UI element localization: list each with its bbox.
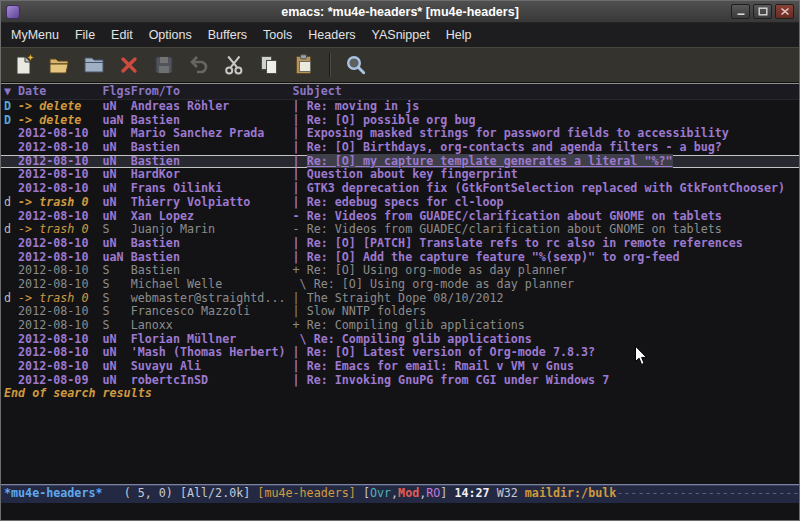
open-file-button[interactable] (46, 52, 72, 78)
copy-button[interactable] (256, 52, 282, 78)
message-row[interactable]: 2012-08-10 uN Bastien | Re: [O] my captu… (1, 155, 799, 169)
message-row[interactable]: 2012-08-10 uN Frans Oilinki | GTK3 depre… (1, 182, 799, 196)
paste-icon (292, 53, 316, 77)
message-row[interactable]: d -> trash 0 uN Thierry Volpiatto | Re: … (1, 196, 799, 210)
date-cell: 2012-08-10 (18, 209, 102, 223)
thread-prefix: | (286, 373, 307, 387)
paste-button[interactable] (291, 52, 317, 78)
buffer-empty-space (1, 401, 799, 484)
new-file-icon (12, 53, 36, 77)
message-row[interactable]: 2012-08-10 uN Mario Sanchez Prada | Expo… (1, 127, 799, 141)
menu-item-options[interactable]: Options (141, 25, 200, 45)
mark-cell: D (4, 99, 18, 113)
minimize-button[interactable] (731, 4, 750, 19)
window-title: emacs: *mu4e-headers* [mu4e-headers] (1, 5, 799, 19)
menu-item-tools[interactable]: Tools (255, 25, 300, 45)
flags-cell: uN (103, 195, 131, 209)
message-row[interactable]: 2012-08-10 uN Florian Müllner \ Re: Comp… (1, 333, 799, 347)
flags-cell: S (103, 304, 131, 318)
thread-prefix: | (286, 236, 307, 250)
search-button[interactable] (343, 52, 369, 78)
menu-bar: MyMenuFileEditOptionsBuffersToolsHeaders… (1, 23, 799, 47)
search-icon (344, 53, 368, 77)
mark-cell (4, 181, 18, 195)
message-row[interactable]: 2012-08-10 S Bastien + Re: [O] Using org… (1, 264, 799, 278)
date-cell: 2012-08-10 (18, 263, 102, 277)
mark-cell (4, 318, 18, 332)
title-bar[interactable]: emacs: *mu4e-headers* [mu4e-headers] (1, 1, 799, 23)
message-row[interactable]: d -> trash 0 S Juanjo Marin - Re: Videos… (1, 223, 799, 237)
new-file-button[interactable] (11, 52, 37, 78)
subject-cell: Re: Compiling glib applications (307, 318, 525, 332)
flags-cell: S (103, 291, 131, 305)
buffer-area: ▼ Date FlgsFrom/To Subject D -> delete u… (1, 83, 799, 520)
date-cell: 2012-08-10 (18, 345, 102, 359)
message-row[interactable]: 2012-08-10 uN HardKor | Question about k… (1, 168, 799, 182)
message-row[interactable]: D -> delete uaN Bastien | Re: [O] possib… (1, 114, 799, 128)
subject-cell: Re: Videos from GUADEC/clarification abo… (307, 209, 722, 223)
message-row[interactable]: d -> trash 0 S webmaster@straightd... | … (1, 292, 799, 306)
modeline-segment-folder: maildir:/bulk (525, 486, 616, 500)
message-row[interactable]: 2012-08-10 S Francesco Mazzoli | Slow NN… (1, 305, 799, 319)
date-cell: 2012-08-10 (18, 332, 102, 346)
column-header-subject[interactable]: Subject (293, 84, 342, 98)
mode-line: *mu4e-headers* ( 5, 0) [All/2.0k] [mu4e-… (1, 484, 799, 503)
mark-cell (4, 332, 18, 346)
column-header-date[interactable]: Date (18, 84, 102, 98)
menu-item-yasnippet[interactable]: YASnippet (364, 25, 438, 45)
close-buffer-icon (117, 53, 141, 77)
thread-prefix: | (286, 304, 307, 318)
window-buttons (731, 4, 794, 19)
from-cell: Suvayu Ali (131, 359, 286, 373)
message-row[interactable]: 2012-08-10 S Michael Welle \ Re: [O] Usi… (1, 278, 799, 292)
from-cell: Michael Welle (131, 277, 286, 291)
thread-prefix: | (286, 345, 307, 359)
menu-item-edit[interactable]: Edit (103, 25, 141, 45)
mark-cell: D (4, 113, 18, 127)
thread-prefix: | (286, 291, 307, 305)
date-cell: 2012-08-10 (18, 181, 102, 195)
menu-item-mymenu[interactable]: MyMenu (3, 25, 67, 45)
menu-item-headers[interactable]: Headers (300, 25, 363, 45)
directory-button[interactable] (81, 52, 107, 78)
menu-item-file[interactable]: File (67, 25, 103, 45)
toolbar-separator (329, 53, 331, 77)
message-row[interactable]: 2012-08-10 uN Bastien | Re: [O] [PATCH] … (1, 237, 799, 251)
message-row[interactable]: 2012-08-10 uN 'Mash (Thomas Herbert) | R… (1, 346, 799, 360)
menu-item-buffers[interactable]: Buffers (200, 25, 255, 45)
from-cell: Andreas Röhler (131, 99, 286, 113)
from-cell: Bastien (131, 140, 286, 154)
message-row[interactable]: 2012-08-10 S Lanoxx + Re: Compiling glib… (1, 319, 799, 333)
subject-cell: Re: [O] Add the capture feature "%(sexp)… (307, 250, 680, 264)
from-cell: Bastien (131, 263, 286, 277)
thread-prefix: | (286, 195, 307, 209)
modeline-segment-minor: [mu4e-headers] (257, 486, 356, 500)
maximize-button[interactable] (753, 4, 772, 19)
subject-cell: Re: [O] Using org-mode as day planner (314, 277, 574, 291)
message-row[interactable]: 2012-08-10 uN Suvayu Ali | Re: Emacs for… (1, 360, 799, 374)
date-cell: -> trash 0 (18, 291, 102, 305)
close-buffer-button[interactable] (116, 52, 142, 78)
subject-cell: Re: edebug specs for cl-loop (307, 195, 504, 209)
from-cell: Bastien (131, 113, 286, 127)
directory-icon (82, 53, 106, 77)
message-row[interactable]: D -> delete uN Andreas Röhler | Re: movi… (1, 100, 799, 114)
from-cell: Lanoxx (131, 318, 286, 332)
column-header-flags[interactable]: Flgs (103, 84, 131, 98)
save-button (151, 52, 177, 78)
from-cell: Bastien (131, 250, 286, 264)
close-button[interactable] (775, 4, 794, 19)
modeline-segment-mod: Mod (398, 486, 419, 500)
flags-cell: uN (103, 99, 131, 113)
message-row[interactable]: 2012-08-10 uN Xan Lopez - Re: Videos fro… (1, 210, 799, 224)
message-row[interactable]: 2012-08-10 uN Bastien | Re: [O] Birthday… (1, 141, 799, 155)
message-row[interactable]: 2012-08-09 uN robertcInSD | Re: Invoking… (1, 374, 799, 388)
cut-button[interactable] (221, 52, 247, 78)
toolbar (1, 47, 799, 83)
from-cell: Bastien (131, 154, 286, 168)
menu-item-help[interactable]: Help (438, 25, 480, 45)
copy-icon (257, 53, 281, 77)
message-row[interactable]: 2012-08-10 uaN Bastien | Re: [O] Add the… (1, 251, 799, 265)
thread-prefix: | (286, 126, 307, 140)
column-header-from[interactable]: From/To (131, 84, 293, 98)
